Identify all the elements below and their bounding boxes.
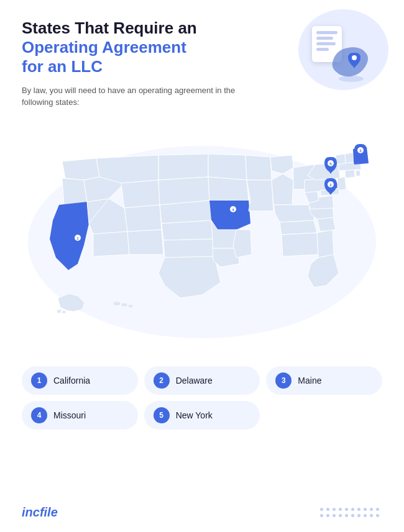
svg-marker-15 — [158, 177, 209, 205]
svg-marker-33 — [282, 233, 318, 256]
legend: 1 California 2 Delaware 3 Maine 4 Missou… — [22, 366, 382, 430]
svg-marker-46 — [356, 170, 360, 176]
header: States That Require an Operating Agreeme… — [22, 19, 382, 109]
footer: incfile — [22, 505, 382, 520]
svg-marker-16 — [160, 201, 211, 223]
subtitle: By law, you will need to have an operati… — [22, 84, 252, 109]
title-line3: for an LLC — [22, 57, 252, 76]
dots-decoration — [320, 508, 382, 517]
svg-point-56 — [128, 304, 133, 307]
map-pin-hero-icon — [329, 40, 373, 86]
svg-marker-9 — [121, 180, 160, 208]
legend-item-california: 1 California — [22, 366, 138, 395]
legend-label-missouri: Missouri — [53, 410, 86, 420]
usa-map: 1 2 3 4 — [22, 121, 382, 357]
svg-marker-48 — [336, 154, 346, 165]
legend-item-maine: 3 Maine — [266, 366, 382, 395]
title-block: States That Require an Operating Agreeme… — [22, 19, 252, 109]
svg-marker-18 — [163, 239, 214, 258]
legend-number-4: 4 — [31, 407, 47, 423]
svg-marker-21 — [208, 177, 249, 201]
brand-logo: incfile — [22, 505, 58, 520]
svg-point-1 — [352, 55, 357, 60]
svg-marker-27 — [233, 230, 252, 258]
legend-number-2: 2 — [154, 372, 170, 389]
legend-number-1: 1 — [31, 372, 47, 389]
svg-marker-20 — [208, 154, 247, 180]
hero-illustration — [283, 19, 382, 93]
legend-number-3: 3 — [275, 372, 292, 389]
svg-point-0 — [339, 76, 364, 82]
legend-label-newyork: New York — [176, 410, 213, 420]
title-line1: States That Require an — [22, 19, 252, 38]
legend-number-5: 5 — [154, 407, 170, 423]
svg-point-55 — [121, 303, 127, 307]
legend-label-california: California — [53, 376, 90, 385]
page: States That Require an Operating Agreeme… — [0, 0, 404, 532]
legend-item-missouri: 4 Missouri — [22, 401, 138, 430]
svg-marker-49 — [345, 153, 354, 163]
svg-marker-17 — [162, 220, 213, 240]
svg-marker-34 — [317, 230, 334, 258]
map-container: 1 2 3 4 — [22, 121, 382, 357]
svg-marker-10 — [124, 205, 162, 232]
svg-marker-32 — [280, 220, 317, 235]
svg-marker-52 — [57, 309, 62, 313]
svg-marker-29 — [272, 174, 293, 205]
legend-label-maine: Maine — [298, 376, 321, 385]
legend-item-delaware: 2 Delaware — [144, 366, 260, 395]
svg-marker-45 — [345, 169, 355, 178]
svg-marker-12 — [93, 232, 129, 256]
svg-marker-4 — [62, 178, 87, 205]
legend-label-delaware: Delaware — [176, 376, 213, 385]
svg-marker-53 — [62, 310, 66, 313]
svg-marker-14 — [158, 154, 208, 180]
svg-point-54 — [113, 301, 121, 305]
svg-marker-13 — [127, 230, 163, 255]
svg-marker-3 — [62, 158, 99, 180]
svg-marker-26 — [247, 180, 273, 211]
svg-marker-8 — [96, 155, 158, 183]
legend-item-newyork: 5 New York — [144, 401, 260, 430]
svg-marker-25 — [246, 155, 272, 180]
title-line2: Operating Agreement — [22, 38, 252, 57]
